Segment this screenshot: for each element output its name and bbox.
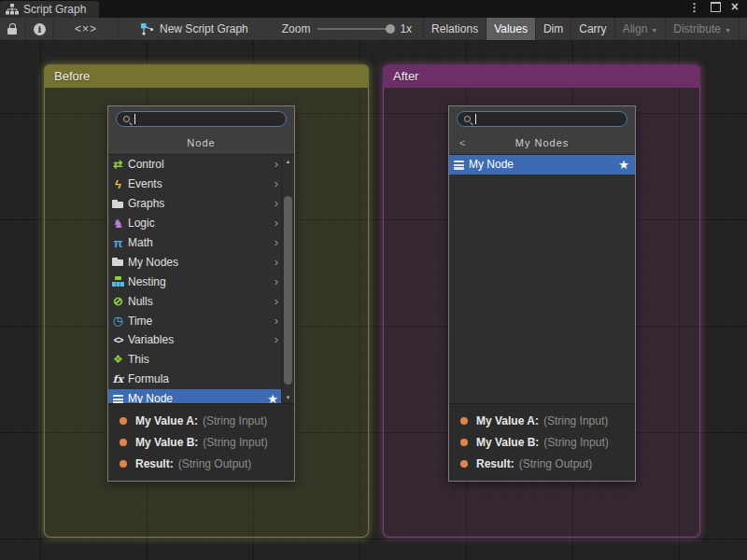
search-icon bbox=[463, 115, 472, 124]
lock-button[interactable] bbox=[0, 18, 26, 40]
finder-item-events[interactable]: Events bbox=[108, 175, 294, 194]
chevron-down-icon bbox=[725, 22, 731, 35]
port-type: (String Input) bbox=[203, 436, 267, 449]
port-type: (String Output) bbox=[519, 457, 593, 470]
graph-canvas[interactable]: Before After Node ControlEventsGraphsLog… bbox=[0, 41, 747, 560]
finder-item-nulls[interactable]: Nulls bbox=[108, 291, 294, 311]
kebab-menu-icon[interactable] bbox=[689, 0, 700, 15]
port-dot-icon bbox=[460, 460, 468, 468]
toolbar-button-label: Dim bbox=[543, 22, 563, 35]
this-icon bbox=[111, 353, 125, 367]
graphs-icon bbox=[111, 197, 125, 211]
port-name: Result: bbox=[135, 457, 174, 470]
star-icon[interactable] bbox=[618, 158, 629, 172]
toolbar-button-align[interactable]: Align bbox=[614, 18, 666, 40]
toolbar-button-label: Carry bbox=[579, 22, 606, 35]
nulls-icon bbox=[111, 294, 125, 308]
finder-item-label: Logic bbox=[128, 217, 155, 230]
chevron-right-icon bbox=[275, 199, 278, 208]
finder-header-label: Node bbox=[187, 137, 215, 148]
finder-item-graphs[interactable]: Graphs bbox=[108, 194, 294, 214]
zoom-label: Zoom bbox=[282, 22, 311, 35]
search-input[interactable] bbox=[457, 111, 627, 127]
finder-item-my-nodes[interactable]: My Nodes bbox=[108, 252, 294, 272]
events-icon bbox=[111, 177, 125, 191]
back-button[interactable]: < bbox=[459, 137, 465, 148]
script-graph-icon bbox=[6, 4, 19, 15]
chevron-right-icon bbox=[275, 160, 278, 169]
search-input[interactable] bbox=[116, 111, 287, 127]
finder-item-my-node[interactable]: My Node bbox=[449, 155, 635, 175]
port-type: (String Input) bbox=[543, 414, 608, 427]
maximize-icon[interactable] bbox=[711, 2, 721, 12]
code-icon: <×> bbox=[75, 22, 97, 35]
scrollbar[interactable] bbox=[281, 155, 294, 403]
zoom-control: Zoom 1x bbox=[282, 18, 419, 40]
zoom-slider-handle[interactable] bbox=[386, 24, 395, 34]
toolbar-button-values[interactable]: Values bbox=[486, 18, 535, 40]
text-caret bbox=[134, 114, 135, 124]
finder-item-my-node[interactable]: My Node bbox=[108, 389, 294, 403]
finder-item-logic[interactable]: Logic bbox=[108, 214, 294, 233]
finder-item-label: Events bbox=[128, 177, 162, 190]
port-dot-icon bbox=[120, 439, 127, 446]
port-type: (String Input) bbox=[543, 436, 608, 449]
toolbar-button-relations[interactable]: Relations bbox=[423, 18, 486, 40]
info-icon bbox=[34, 23, 46, 35]
new-script-graph-button[interactable]: New Script Graph bbox=[132, 18, 258, 40]
search-icon bbox=[122, 115, 132, 124]
finder-item-time[interactable]: Time bbox=[108, 311, 294, 330]
group-before-title: Before bbox=[54, 69, 90, 83]
time-icon bbox=[111, 314, 125, 328]
toolbar-button-label: Values bbox=[494, 22, 528, 35]
finder-item-nesting[interactable]: Nesting bbox=[108, 272, 294, 291]
close-icon[interactable] bbox=[731, 0, 739, 15]
finder-item-label: My Node bbox=[469, 158, 514, 171]
finder-item-math[interactable]: Math bbox=[108, 233, 294, 253]
tab-script-graph[interactable]: Script Graph bbox=[0, 1, 99, 18]
finder-item-variables[interactable]: Variables bbox=[108, 330, 294, 350]
toolbar-button-distribute[interactable]: Distribute bbox=[665, 18, 739, 40]
port-dot-icon bbox=[460, 439, 468, 446]
variables-icon bbox=[111, 333, 125, 347]
group-after-title: After bbox=[393, 69, 418, 83]
port-name: My Value B: bbox=[476, 436, 539, 449]
node-ports-preview: My Value A:(String Input)My Value B:(Str… bbox=[449, 403, 635, 481]
finder-item-control[interactable]: Control bbox=[108, 155, 294, 175]
port-row: Result:(String Output) bbox=[449, 457, 635, 470]
port-name: Result: bbox=[476, 457, 514, 470]
scrollbar-thumb[interactable] bbox=[284, 196, 292, 385]
finder-item-label: Control bbox=[128, 158, 164, 171]
tab-title: Script Graph bbox=[23, 3, 86, 16]
port-name: My Value B: bbox=[135, 436, 198, 449]
scroll-up-button[interactable] bbox=[282, 156, 294, 166]
star-icon[interactable] bbox=[267, 392, 278, 403]
port-name: My Value A: bbox=[135, 414, 198, 427]
scroll-down-button[interactable] bbox=[282, 392, 294, 402]
fuzzy-finder-before: Node ControlEventsGraphsLogicMathMy Node… bbox=[107, 105, 295, 482]
my-node-icon bbox=[111, 392, 125, 403]
toolbar-button-dim[interactable]: Dim bbox=[535, 18, 571, 40]
port-type: (String Input) bbox=[203, 414, 267, 427]
port-dot-icon bbox=[120, 417, 127, 425]
math-icon bbox=[111, 236, 125, 250]
info-button[interactable] bbox=[26, 18, 54, 40]
toolbar-toggle-group: RelationsValuesDimCarryAlignDistributeOv… bbox=[423, 18, 747, 40]
finder-item-formula[interactable]: Formula bbox=[108, 370, 294, 389]
toolbar-button-overview[interactable]: Overview bbox=[739, 18, 747, 40]
finder-item-this[interactable]: This bbox=[108, 350, 294, 370]
graph-toolbar: <×> New Script Graph Zoom 1x RelationsVa… bbox=[0, 18, 747, 41]
toolbar-button-label: Relations bbox=[431, 22, 478, 35]
group-after-header[interactable]: After bbox=[383, 64, 700, 88]
code-view-button[interactable]: <×> bbox=[54, 18, 119, 40]
group-before-header[interactable]: Before bbox=[44, 64, 369, 88]
port-dot-icon bbox=[460, 417, 468, 425]
zoom-value: 1x bbox=[400, 22, 412, 35]
finder-search-area bbox=[449, 106, 635, 131]
finder-item-label: Nesting bbox=[128, 275, 166, 288]
chevron-down-icon bbox=[651, 22, 657, 35]
unity-script-graph-window: Script Graph <×> New Script Graph Zoo bbox=[0, 0, 747, 560]
zoom-slider[interactable] bbox=[317, 28, 392, 30]
port-dot-icon bbox=[120, 460, 127, 468]
toolbar-button-carry[interactable]: Carry bbox=[571, 18, 613, 40]
